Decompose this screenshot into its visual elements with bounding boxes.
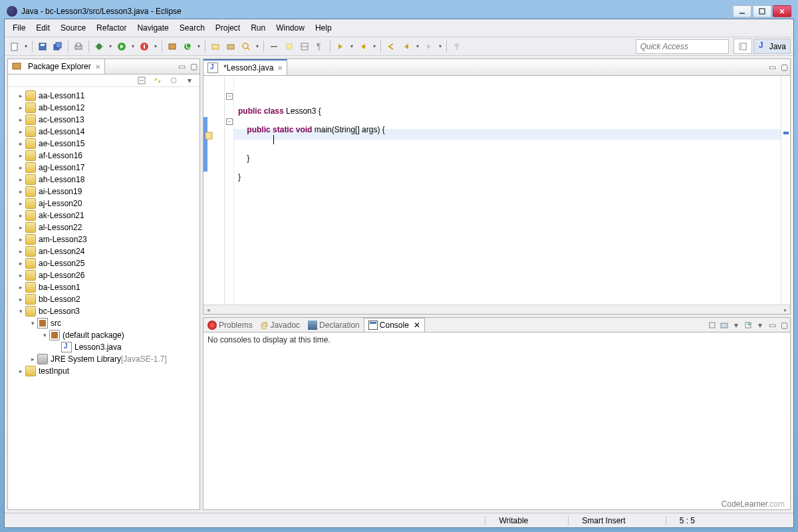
menu-search[interactable]: Search [174, 21, 210, 35]
tree-item[interactable]: ba-Lesson1 [8, 281, 200, 293]
tree-item[interactable]: an-Lesson24 [8, 245, 200, 257]
tree-item[interactable]: ac-Lesson13 [8, 114, 200, 126]
minimize-button[interactable] [733, 5, 751, 17]
close-icon[interactable]: ✕ [95, 63, 100, 70]
problems-tab[interactable]: Problems [203, 319, 257, 332]
menu-window[interactable]: Window [271, 21, 310, 35]
new-class-button[interactable]: C [180, 39, 195, 54]
new-class-dropdown[interactable]: ▾ [196, 43, 202, 49]
horizontal-scrollbar[interactable]: ◂▸ [203, 305, 790, 314]
javadoc-tab[interactable]: @Javadoc [257, 319, 304, 332]
maximize-button[interactable] [753, 5, 771, 17]
close-button[interactable] [773, 5, 791, 17]
menu-project[interactable]: Project [210, 21, 245, 35]
run-dropdown[interactable]: ▾ [130, 43, 136, 49]
tree-item[interactable]: ai-Lesson19 [8, 186, 200, 198]
close-icon[interactable]: ✕ [277, 65, 283, 72]
quick-access[interactable] [636, 39, 729, 54]
save-all-button[interactable] [51, 39, 65, 54]
toggle-mark-button[interactable] [282, 39, 297, 54]
tree-item[interactable]: aj-Lesson20 [8, 198, 200, 209]
prev-annotation-button[interactable] [356, 39, 370, 54]
tree-item[interactable]: bb-Lesson2 [8, 293, 200, 305]
overview-ruler[interactable] [781, 76, 790, 305]
forward-button[interactable] [422, 39, 436, 54]
code-editor[interactable]: − − public class Lesson3 { public static… [203, 76, 790, 305]
tree-item[interactable]: JRE System Library [JavaSE-1.7] [8, 353, 200, 365]
maximize-view-icon[interactable]: ▢ [779, 63, 789, 72]
open-console-icon[interactable]: + [743, 321, 753, 330]
new-package-button[interactable] [165, 39, 180, 54]
tree-item[interactable]: af-Lesson16 [8, 150, 200, 162]
editor-tab[interactable]: *Lesson3.java ✕ [203, 59, 287, 75]
save-button[interactable] [35, 39, 50, 54]
print-button[interactable] [71, 39, 86, 54]
tree-item[interactable]: ah-Lesson18 [8, 174, 200, 186]
next-annotation-button[interactable] [333, 39, 348, 54]
tree-item[interactable]: testInput [8, 365, 200, 377]
package-explorer-tab[interactable]: Package Explorer ✕ [8, 59, 105, 74]
svg-rect-22 [227, 45, 234, 49]
tree-item[interactable]: ak-Lesson21 [8, 209, 200, 221]
open-task-button[interactable] [223, 39, 238, 54]
show-whitespace-button[interactable]: ¶ [313, 39, 327, 54]
new-dropdown[interactable]: ▾ [23, 43, 29, 49]
tree-item[interactable]: al-Lesson22 [8, 221, 200, 233]
tree-item[interactable]: (default package) [8, 329, 200, 341]
search-button[interactable] [239, 39, 253, 54]
declaration-tab[interactable]: Declaration [304, 319, 364, 332]
maximize-view-icon[interactable]: ▢ [779, 321, 789, 330]
tree-item[interactable]: src [8, 317, 200, 329]
run-button[interactable] [114, 39, 129, 54]
tree-item[interactable]: Lesson3.java [8, 341, 200, 353]
external-tools-button[interactable] [137, 39, 152, 54]
tree-item[interactable]: ab-Lesson12 [8, 102, 200, 114]
tree-item[interactable]: bc-Lesson3 [8, 305, 200, 317]
overview-marker[interactable] [783, 132, 789, 134]
warning-marker-icon[interactable] [205, 132, 213, 140]
menu-source[interactable]: Source [55, 21, 91, 35]
search-dropdown[interactable]: ▾ [254, 43, 261, 49]
menu-edit[interactable]: Edit [31, 21, 55, 35]
last-edit-button[interactable] [384, 39, 398, 54]
fold-toggle-icon[interactable]: − [226, 93, 233, 100]
menu-run[interactable]: Run [245, 21, 271, 35]
menu-help[interactable]: Help [310, 21, 337, 35]
pin-console-icon[interactable] [708, 321, 717, 330]
toggle-block-button[interactable] [297, 39, 312, 54]
open-type-button[interactable] [208, 39, 223, 54]
tree-item[interactable]: am-Lesson23 [8, 233, 200, 245]
toggle-breadcrumb-button[interactable] [267, 39, 281, 54]
menu-file[interactable]: File [7, 21, 31, 35]
tree-item[interactable]: ag-Lesson17 [8, 162, 200, 174]
open-perspective-button[interactable] [733, 39, 752, 54]
external-dropdown[interactable]: ▾ [152, 43, 159, 49]
collapse-all-icon[interactable] [137, 76, 146, 85]
project-tree[interactable]: aa-Lesson11ab-Lesson12ac-Lesson13ad-Less… [8, 87, 200, 509]
focus-icon[interactable] [169, 76, 178, 85]
fold-toggle-icon[interactable]: − [226, 118, 233, 125]
new-button[interactable] [7, 39, 22, 54]
java-perspective-button[interactable]: J Java [753, 39, 791, 54]
quick-access-input[interactable] [636, 39, 729, 54]
tree-item[interactable]: ad-Lesson14 [8, 126, 200, 138]
pin-editor-button[interactable] [450, 39, 464, 54]
minimize-view-icon[interactable]: ▭ [767, 321, 777, 330]
link-editor-icon[interactable] [153, 76, 162, 85]
tree-item[interactable]: ao-Lesson25 [8, 257, 200, 269]
menu-navigate[interactable]: Navigate [132, 21, 174, 35]
debug-button[interactable] [92, 39, 106, 54]
minimize-view-icon[interactable]: ▭ [177, 62, 186, 71]
display-console-icon[interactable] [720, 321, 729, 330]
close-icon[interactable]: ✕ [414, 321, 420, 330]
console-tab[interactable]: Console✕ [364, 318, 425, 332]
menu-refactor[interactable]: Refactor [91, 21, 132, 35]
minimize-view-icon[interactable]: ▭ [767, 63, 777, 72]
maximize-view-icon[interactable]: ▢ [189, 62, 198, 71]
tree-item[interactable]: aa-Lesson11 [8, 90, 200, 102]
debug-dropdown[interactable]: ▾ [107, 43, 114, 49]
view-menu-icon[interactable]: ▾ [185, 76, 194, 85]
tree-item[interactable]: ae-Lesson15 [8, 138, 200, 150]
back-button[interactable] [399, 39, 414, 54]
tree-item[interactable]: ap-Lesson26 [8, 269, 200, 281]
